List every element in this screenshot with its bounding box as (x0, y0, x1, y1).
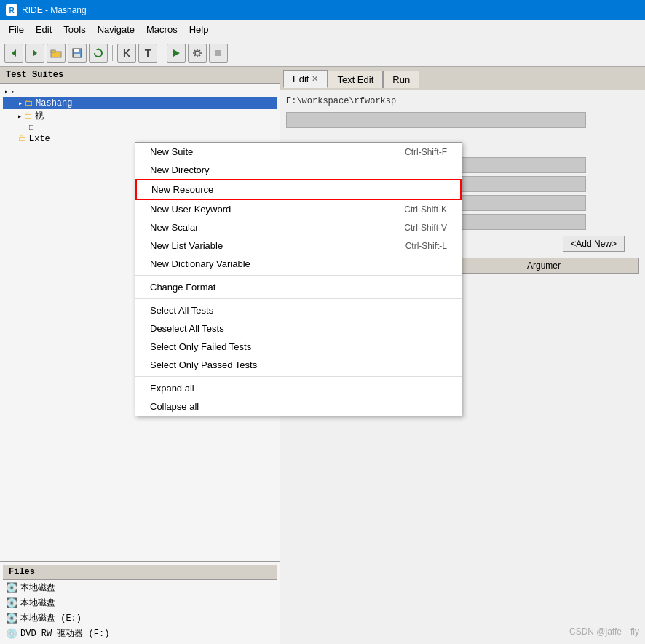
ctx-shortcut-5: Ctrl-Shift-L (405, 241, 447, 251)
ctx-item-new-dictionary-variable[interactable]: New Dictionary Variable (135, 255, 462, 273)
save-btn[interactable] (68, 44, 87, 63)
ctx-item-select-only-passed-tests[interactable]: Select Only Passed Tests (135, 356, 462, 374)
ctx-item-new-scalar[interactable]: New ScalarCtrl-Shift-V (135, 218, 462, 236)
menu-bar: File Edit Tools Navigate Macros Help (0, 20, 645, 39)
tree-item-sub2[interactable]: □ (3, 123, 277, 132)
svg-marker-0 (12, 49, 16, 57)
ctx-shortcut-4: Ctrl-Shift-V (404, 223, 447, 233)
ctx-item-label-1: New Directory (150, 164, 210, 175)
menu-edit[interactable]: Edit (30, 23, 58, 36)
tab-run-label: Run (392, 74, 410, 85)
ctx-item-new-directory[interactable]: New Directory (135, 161, 462, 179)
forward-btn[interactable] (25, 44, 44, 63)
drive-icon-2: 💽 (6, 613, 17, 624)
drive-icon-1: 💽 (6, 597, 17, 609)
ctx-separator-14 (135, 376, 462, 377)
file-label-2: 本地磁盘 (E:) (20, 612, 82, 624)
tab-edit-label: Edit (293, 73, 309, 84)
ctx-item-label-11: Deselect All Tests (150, 323, 224, 334)
k-btn[interactable]: K (117, 44, 136, 63)
ctx-item-select-only-failed-tests[interactable]: Select Only Failed Tests (135, 338, 462, 356)
svg-rect-6 (74, 54, 80, 57)
svg-rect-5 (74, 49, 79, 52)
drive-icon-0: 💽 (6, 582, 17, 594)
ctx-item-expand-all[interactable]: Expand all (135, 379, 462, 397)
folder-expand-icon: ▸ (18, 99, 23, 108)
folder-expand-icon-2: ▸ (17, 112, 22, 121)
ctx-item-new-suite[interactable]: New SuiteCtrl-Shift-F (135, 143, 462, 161)
drive-icon-3: 💿 (6, 628, 17, 640)
tree-item-sub1[interactable]: ▸ 🗀 视 (3, 109, 277, 123)
menu-help[interactable]: Help (183, 23, 215, 36)
files-panel: Files 💽 本地磁盘 💽 本地磁盘 💽 本地磁盘 (E:) 💿 DVD RW… (0, 561, 280, 644)
ctx-item-deselect-all-tests[interactable]: Deselect All Tests (135, 319, 462, 338)
svg-point-9 (195, 51, 199, 55)
refresh-btn[interactable] (89, 44, 108, 63)
t-btn[interactable]: T (138, 44, 157, 63)
ctx-item-label-15: Expand all (150, 383, 194, 394)
file-item-3[interactable]: 💿 DVD RW 驱动器 (F:) (3, 626, 277, 641)
files-header: Files (3, 565, 277, 580)
tree-item-label: Mashang (36, 98, 72, 108)
ctx-item-label-5: New List Variable (150, 240, 223, 251)
tab-edit-close[interactable]: ✕ (312, 74, 318, 84)
ctx-item-label-4: New Scalar (150, 222, 198, 233)
tree-item-mashang[interactable]: ▸ 🗀 Mashang (3, 97, 277, 109)
tree-item-label-3: Exte (29, 134, 50, 144)
title-bar: R RIDE - Mashang (0, 0, 645, 20)
menu-tools[interactable]: Tools (58, 23, 91, 36)
ctx-item-label-6: New Dictionary Variable (150, 258, 250, 269)
svg-rect-10 (215, 50, 221, 56)
workspace-path: E:\workspace\rfworksp (286, 96, 639, 106)
file-label-0: 本地磁盘 (20, 581, 55, 594)
toolbar-sep1 (112, 45, 113, 61)
col-argument: Argumer (521, 258, 638, 273)
add-new-button[interactable]: <Add New> (563, 236, 625, 252)
watermark: CSDN @jaffe－fly (569, 626, 639, 638)
ctx-item-label-3: New User Keyword (150, 204, 231, 215)
ctx-item-label-13: Select Only Passed Tests (150, 359, 257, 370)
menu-file[interactable]: File (3, 23, 30, 36)
file-item-1[interactable]: 💽 本地磁盘 (3, 595, 277, 611)
tree-item-label-2: 视 (35, 110, 44, 122)
ctx-item-new-list-variable[interactable]: New List VariableCtrl-Shift-L (135, 236, 462, 255)
ctx-separator-7 (135, 275, 462, 276)
svg-rect-3 (51, 50, 55, 52)
file-item-2[interactable]: 💽 本地磁盘 (E:) (3, 611, 277, 626)
test-suites-header: Test Suites (0, 67, 280, 84)
ctx-item-new-resource[interactable]: New Resource (135, 179, 462, 200)
folder-icon-3: 🗀 (18, 133, 27, 144)
tree-item-expand[interactable]: ▸ ▸ (3, 87, 277, 97)
ctx-shortcut-3: Ctrl-Shift-K (404, 204, 447, 215)
placeholder-1 (286, 112, 586, 128)
ctx-item-new-user-keyword[interactable]: New User KeywordCtrl-Shift-K (135, 200, 462, 218)
ctx-item-label-0: New Suite (150, 146, 193, 157)
ctx-item-label-2: New Resource (151, 184, 213, 195)
menu-macros[interactable]: Macros (141, 23, 183, 36)
menu-navigate[interactable]: Navigate (92, 23, 141, 36)
tab-edit[interactable]: Edit ✕ (283, 70, 328, 88)
ctx-item-collapse-all[interactable]: Collapse all (135, 397, 462, 416)
file-label-3: DVD RW 驱动器 (F:) (20, 627, 109, 640)
open-btn[interactable] (47, 44, 66, 63)
run-btn[interactable] (167, 44, 186, 63)
folder-icon-2: 🗀 (24, 111, 33, 122)
svg-marker-8 (173, 49, 180, 57)
back-btn[interactable] (4, 44, 23, 63)
tab-run[interactable]: Run (383, 71, 419, 88)
stop-btn[interactable] (209, 44, 228, 63)
ctx-item-label-12: Select Only Failed Tests (150, 341, 251, 352)
ctx-item-label-10: Select All Tests (150, 305, 213, 316)
app-icon: R (6, 4, 17, 16)
file-label-1: 本地磁盘 (20, 597, 55, 609)
ctx-item-label-8: Change Format (150, 282, 215, 293)
ctx-item-label-16: Collapse all (150, 401, 199, 412)
ctx-item-select-all-tests[interactable]: Select All Tests (135, 301, 462, 319)
tab-bar: Edit ✕ Text Edit Run (280, 67, 645, 90)
app-title: RIDE - Mashang (22, 5, 87, 15)
ctx-item-change-format[interactable]: Change Format (135, 278, 462, 296)
tab-text-edit[interactable]: Text Edit (328, 71, 383, 88)
svg-marker-1 (33, 49, 37, 57)
settings-btn[interactable] (188, 44, 207, 63)
file-item-0[interactable]: 💽 本地磁盘 (3, 580, 277, 595)
